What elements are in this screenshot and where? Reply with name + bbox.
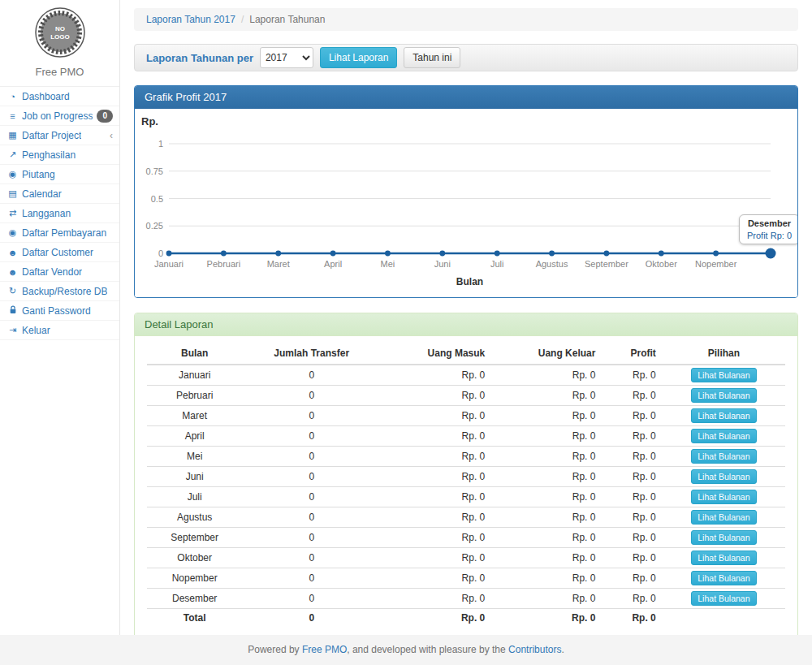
svg-text:Bulan: Bulan — [456, 276, 483, 287]
tasks-icon: ≡ — [6, 111, 19, 121]
chart-canvas: Rp.10.750.50.250JanuariPebruariMaretApri… — [135, 109, 798, 297]
sidebar-item-job-on-progress[interactable]: ≡ Job on Progress 0 — [0, 106, 119, 126]
job-count-badge: 0 — [97, 110, 113, 123]
sidebar-item-daftar-pembayaran[interactable]: ◉ Daftar Pembayaran — [0, 223, 119, 243]
sidebar-item-langganan[interactable]: ⇄ Langganan — [0, 204, 119, 223]
svg-text:Juli: Juli — [490, 259, 504, 269]
svg-text:0.75: 0.75 — [146, 166, 163, 176]
lihat-bulanan-button[interactable]: Lihat Bulanan — [691, 510, 756, 525]
calendar-icon: ▤ — [6, 188, 19, 199]
line-chart-icon: ↗ — [6, 149, 19, 160]
sidebar-item-penghasilan[interactable]: ↗ Penghasilan — [0, 145, 119, 165]
profit-line-chart[interactable]: Rp.10.750.50.250JanuariPebruariMaretApri… — [135, 109, 797, 297]
footer-text-prefix: Powered by — [248, 644, 302, 655]
lihat-bulanan-button[interactable]: Lihat Bulanan — [691, 571, 756, 585]
sidebar-item-ganti-password[interactable]: Ganti Password — [0, 301, 119, 321]
detail-panel-title: Detail Laporan — [135, 313, 797, 336]
contributors-link[interactable]: Contributors — [508, 644, 561, 655]
lihat-bulanan-button[interactable]: Lihat Bulanan — [691, 388, 756, 403]
table-row: Oktober 0 Rp. 0 Rp. 0 Rp. 0 Lihat Bulana… — [147, 548, 785, 568]
chart-tooltip: Desember Profit Rp: 0 — [739, 214, 798, 244]
main-content: Laporan Tahun 2017/Laporan Tahunan Lapor… — [120, 0, 812, 635]
col-header-bulan: Bulan — [147, 343, 242, 365]
profit-chart-panel: Grafik Profit 2017 Rp.10.750.50.250Janua… — [134, 85, 798, 298]
users-icon: ☻ — [6, 248, 19, 257]
lihat-bulanan-button[interactable]: Lihat Bulanan — [691, 469, 756, 484]
svg-text:0.5: 0.5 — [151, 194, 163, 204]
table-row: Maret 0 Rp. 0 Rp. 0 Rp. 0 Lihat Bulanan — [147, 406, 785, 426]
users-icon: ☻ — [6, 267, 19, 277]
lihat-bulanan-button[interactable]: Lihat Bulanan — [691, 368, 756, 382]
svg-text:Oktober: Oktober — [646, 259, 677, 269]
detail-table-wrap: Bulan Jumlah Transfer Uang Masuk Uang Ke… — [135, 336, 797, 635]
sidebar-item-piutang[interactable]: ◉ Piutang — [0, 165, 119, 184]
page-footer: Powered by Free PMO, and developed with … — [0, 635, 812, 665]
table-total-row: Total 0 Rp. 0 Rp. 0 Rp. 0 — [147, 609, 785, 628]
sidebar-item-backup-restore-db[interactable]: ↻ Backup/Restore DB — [0, 282, 119, 301]
no-logo-badge-icon: NO LOGO — [34, 6, 86, 58]
breadcrumb-link-laporan-tahun[interactable]: Laporan Tahun 2017 — [146, 14, 235, 25]
col-header-pilihan: Pilihan — [663, 343, 785, 365]
svg-text:Rp.: Rp. — [141, 115, 158, 127]
table-row: September 0 Rp. 0 Rp. 0 Rp. 0 Lihat Bula… — [147, 528, 785, 548]
lihat-bulanan-button[interactable]: Lihat Bulanan — [691, 530, 756, 545]
lihat-bulanan-button[interactable]: Lihat Bulanan — [691, 591, 756, 606]
breadcrumb-separator: / — [235, 14, 249, 25]
svg-text:Mei: Mei — [381, 259, 395, 269]
svg-text:1: 1 — [158, 139, 163, 149]
svg-text:NO: NO — [55, 25, 65, 32]
lihat-bulanan-button[interactable]: Lihat Bulanan — [691, 449, 756, 464]
sidebar-item-daftar-vendor[interactable]: ☻ Daftar Vendor — [0, 262, 119, 282]
footer-text-middle: , and developed with pleasure by the — [347, 644, 508, 655]
table-icon: ▦ — [6, 130, 19, 140]
sidebar-item-daftar-project[interactable]: ▦ Daftar Project ‹ — [0, 126, 119, 145]
year-select[interactable]: 2017 — [260, 47, 313, 68]
svg-text:Nopember: Nopember — [695, 259, 737, 269]
table-row: April 0 Rp. 0 Rp. 0 Rp. 0 Lihat Bulanan — [147, 426, 785, 447]
monthly-report-table: Bulan Jumlah Transfer Uang Masuk Uang Ke… — [147, 343, 785, 628]
table-row: Agustus 0 Rp. 0 Rp. 0 Rp. 0 Lihat Bulana… — [147, 507, 785, 528]
tooltip-value: Profit Rp: 0 — [747, 231, 792, 240]
lihat-bulanan-button[interactable]: Lihat Bulanan — [691, 429, 756, 443]
sidebar-item-keluar[interactable]: ⇥ Keluar — [0, 321, 119, 340]
money-icon: ◉ — [6, 169, 19, 179]
table-row: Januari 0 Rp. 0 Rp. 0 Rp. 0 Lihat Bulana… — [147, 365, 785, 386]
chevron-left-icon: ‹ — [110, 130, 113, 141]
lihat-bulanan-button[interactable]: Lihat Bulanan — [691, 408, 756, 423]
lihat-laporan-button[interactable]: Lihat Laporan — [320, 47, 397, 68]
sidebar-nav: ◔ Dashboard ≡ Job on Progress 0 ▦ Daftar… — [0, 86, 119, 340]
table-row: Desember 0 Rp. 0 Rp. 0 Rp. 0 Lihat Bulan… — [147, 589, 785, 609]
tooltip-month: Desember — [747, 218, 792, 228]
sidebar: NO LOGO Free PMO ◔ Dashboard ≡ Job on Pr… — [0, 0, 120, 635]
report-filter-label: Laporan Tahunan per — [146, 52, 253, 64]
chart-panel-title: Grafik Profit 2017 — [135, 86, 797, 109]
money-icon: ◉ — [6, 227, 19, 238]
exchange-icon: ⇄ — [6, 208, 19, 218]
refresh-icon: ↻ — [6, 286, 19, 296]
lihat-bulanan-button[interactable]: Lihat Bulanan — [691, 551, 756, 565]
dashboard-icon: ◔ — [6, 92, 19, 101]
col-header-jumlah-transfer: Jumlah Transfer — [242, 343, 381, 365]
svg-text:Agustus: Agustus — [536, 259, 568, 269]
svg-text:April: April — [324, 259, 342, 269]
report-filter-bar: Laporan Tahunan per 2017 Lihat Laporan T… — [134, 44, 798, 71]
app-logo: NO LOGO — [0, 0, 119, 64]
col-header-uang-masuk: Uang Masuk — [381, 343, 491, 365]
svg-text:0: 0 — [158, 248, 163, 258]
svg-text:0.25: 0.25 — [146, 221, 163, 231]
sign-out-icon: ⇥ — [6, 325, 19, 335]
table-row: Pebruari 0 Rp. 0 Rp. 0 Rp. 0 Lihat Bulan… — [147, 386, 785, 406]
free-pmo-link[interactable]: Free PMO — [302, 644, 347, 655]
tahun-ini-button[interactable]: Tahun ini — [404, 47, 460, 68]
sidebar-item-dashboard[interactable]: ◔ Dashboard — [0, 87, 119, 106]
lihat-bulanan-button[interactable]: Lihat Bulanan — [691, 490, 756, 504]
table-row: Mei 0 Rp. 0 Rp. 0 Rp. 0 Lihat Bulanan — [147, 447, 785, 467]
svg-text:LOGO: LOGO — [50, 33, 70, 41]
sidebar-item-calendar[interactable]: ▤ Calendar — [0, 184, 119, 204]
breadcrumb: Laporan Tahun 2017/Laporan Tahunan — [134, 8, 798, 31]
table-row: Nopember 0 Rp. 0 Rp. 0 Rp. 0 Lihat Bulan… — [147, 568, 785, 589]
svg-text:Juni: Juni — [434, 259, 451, 269]
sidebar-item-daftar-customer[interactable]: ☻ Daftar Customer — [0, 243, 119, 262]
detail-laporan-panel: Detail Laporan Bulan Jumlah Transfer Uan… — [134, 313, 798, 635]
svg-text:September: September — [585, 259, 628, 269]
